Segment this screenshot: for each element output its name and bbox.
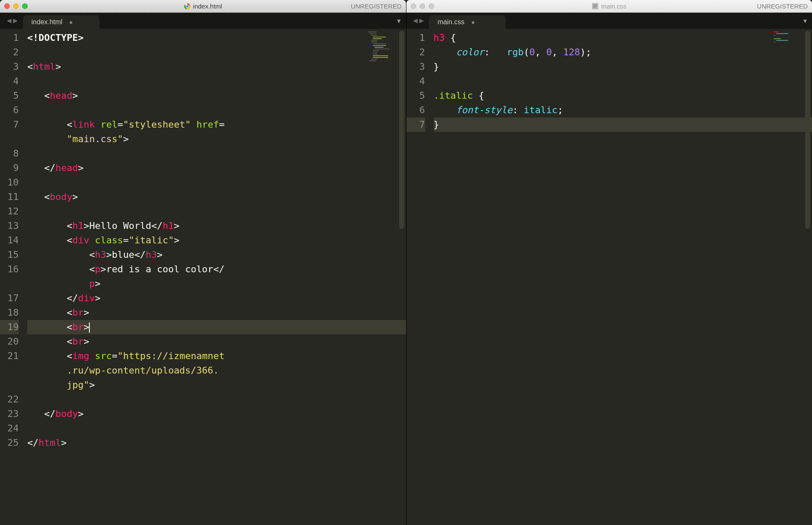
close-window-button[interactable] [4, 3, 10, 9]
traffic-lights [411, 3, 434, 9]
right-gutter: 1234567 [406, 29, 431, 525]
tab-main-css[interactable]: main.css ● [429, 15, 506, 29]
scrollbar[interactable] [399, 31, 404, 229]
nav-arrows: ◀ ▶ [5, 16, 23, 29]
css-file-icon [592, 3, 599, 10]
left-titlebar[interactable]: index.html UNREGISTERED [0, 0, 406, 13]
tab-label: main.css [437, 18, 464, 26]
registration-status: UNREGISTERED [351, 3, 401, 10]
left-gutter: 1234567 8910111213141516 1718192021 2223… [0, 29, 25, 525]
scrollbar[interactable] [805, 31, 810, 229]
left-code[interactable]: <!DOCTYPE> <html> <head> <link rel="styl… [25, 29, 406, 525]
svg-rect-6 [593, 7, 596, 8]
registration-status: UNREGISTERED [757, 3, 808, 10]
svg-rect-5 [593, 6, 597, 6]
nav-back[interactable]: ◀ [413, 16, 418, 25]
chrome-file-icon [184, 3, 191, 10]
minimize-window-button[interactable] [13, 3, 19, 9]
window-title-text: index.html [193, 3, 222, 10]
traffic-lights [4, 3, 28, 9]
nav-back[interactable]: ◀ [7, 16, 11, 25]
svg-point-2 [186, 5, 188, 7]
tab-dirty-indicator: ● [69, 19, 73, 26]
tabbar-dropdown-icon[interactable]: ▼ [803, 17, 807, 24]
right-titlebar[interactable]: main.css UNREGISTERED [406, 0, 812, 13]
tab-dirty-indicator: ● [471, 19, 475, 26]
zoom-window-button[interactable] [22, 3, 28, 9]
right-code[interactable]: h3 { color: rgb(0, 0, 128);} .italic { f… [431, 29, 812, 525]
tabbar-dropdown-icon[interactable]: ▼ [397, 17, 400, 24]
nav-forward[interactable]: ▶ [419, 16, 424, 25]
tab-label: index.html [31, 18, 63, 26]
close-window-button[interactable] [411, 3, 416, 9]
right-pane: main.css UNREGISTERED ◀ ▶ main.css ● ▼ 1… [406, 0, 812, 525]
left-editor[interactable]: 1234567 8910111213141516 1718192021 2223… [0, 29, 406, 525]
nav-arrows: ◀ ▶ [412, 16, 429, 29]
app-root: index.html UNREGISTERED ◀ ▶ index.html ●… [0, 0, 812, 525]
window-title: index.html [0, 3, 406, 10]
svg-rect-4 [593, 5, 597, 5]
right-tabbar: ◀ ▶ main.css ● ▼ [406, 13, 812, 29]
minimize-window-button[interactable] [420, 3, 425, 9]
left-tabbar: ◀ ▶ index.html ● ▼ [0, 13, 406, 29]
tab-index-html[interactable]: index.html ● [23, 15, 100, 29]
zoom-window-button[interactable] [429, 3, 434, 9]
window-title: main.css [406, 3, 812, 10]
right-editor[interactable]: 1234567 h3 { color: rgb(0, 0, 128);} .it… [406, 29, 812, 525]
left-pane: index.html UNREGISTERED ◀ ▶ index.html ●… [0, 0, 406, 525]
window-title-text: main.css [601, 3, 626, 10]
nav-forward[interactable]: ▶ [13, 16, 18, 25]
